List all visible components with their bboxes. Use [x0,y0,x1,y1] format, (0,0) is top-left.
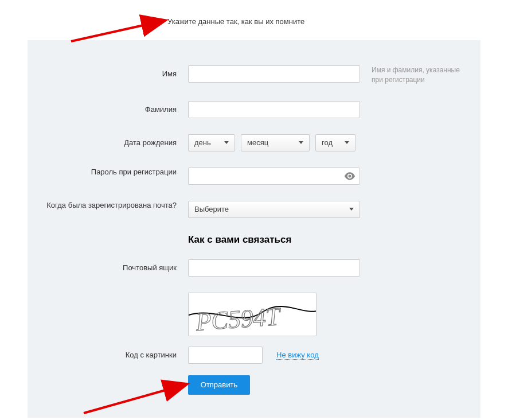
chevron-down-icon [349,208,354,211]
password-label: Пароль при регистрации [28,168,188,176]
mailbox-label: Почтовый ящик [28,259,188,272]
svg-text:PC594T: PC594T [194,302,283,336]
first-name-hint: Имя и фамилия, указанные при регистрации [360,65,469,85]
eye-icon[interactable] [344,172,355,180]
dob-month-dropdown[interactable]: месяц [241,134,310,151]
registered-when-label: Когда была зарегистрирована почта? [28,201,188,209]
captcha-code-label: Код с картинки [28,347,188,359]
dob-year-dropdown[interactable]: год [315,134,355,151]
chevron-down-icon [345,141,349,144]
captcha-refresh-link[interactable]: Не вижу код [276,351,319,360]
dob-year-text: год [322,138,333,147]
chevron-down-icon [224,141,229,144]
last-name-input[interactable] [188,101,360,118]
dob-day-dropdown[interactable]: день [188,134,235,151]
password-input[interactable] [188,168,360,185]
form-panel: Имя Имя и фамилия, указанные при регистр… [28,40,480,418]
first-name-input[interactable] [188,65,360,83]
captcha-image: PC594T [188,293,316,336]
mailbox-input[interactable] [188,259,360,277]
dob-label: Дата рождения [28,134,188,147]
first-name-label: Имя [28,65,188,78]
registered-when-text: Выберите [194,205,229,213]
chevron-down-icon [299,141,303,144]
submit-button[interactable]: Отправить [188,375,250,395]
last-name-label: Фамилия [28,101,188,114]
captcha-code-input[interactable] [188,347,263,364]
dob-month-text: месяц [247,138,268,147]
registered-when-dropdown[interactable]: Выберите [188,201,360,218]
page-heading: Укажите данные так, как вы их помните [0,0,508,26]
contact-heading: Как с вами связаться [188,234,480,246]
dob-day-text: день [194,138,211,147]
